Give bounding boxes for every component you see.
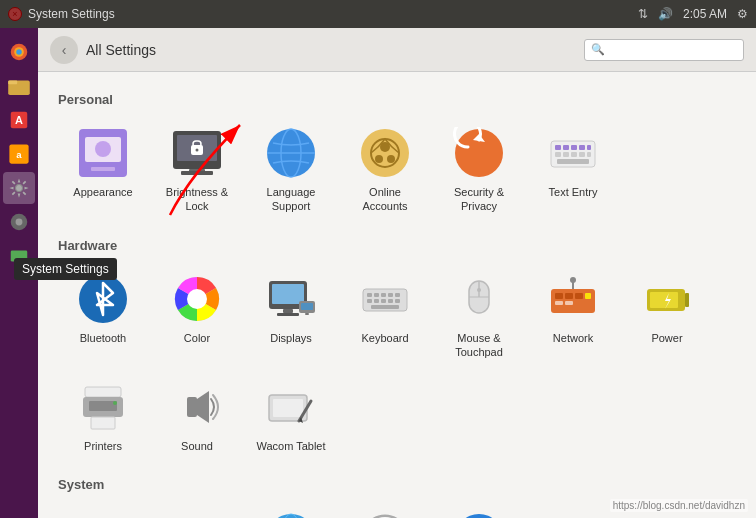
security-privacy-item[interactable]: Security &Privacy [434,117,524,222]
svg-rect-58 [374,293,379,297]
svg-rect-15 [91,167,115,171]
svg-point-88 [113,401,117,405]
text-entry-label: Text Entry [549,185,598,199]
keyboard-label: Keyboard [361,331,408,345]
universal-access-item[interactable]: UniversalAccess [434,502,524,518]
svg-rect-76 [555,301,563,305]
appearance-label: Appearance [73,185,132,199]
tooltip-popup: System Settings [14,258,117,280]
language-support-label: LanguageSupport [267,185,316,214]
toolbar: ‹ All Settings 🔍 [38,28,756,72]
color-label: Color [184,331,210,345]
printers-icon [77,381,129,433]
sidebar-item-extra1[interactable] [3,206,35,238]
wacom-tablet-icon [265,381,317,433]
settings-area: Personal Appearance [38,72,756,518]
svg-rect-86 [89,401,117,411]
svg-point-2 [16,49,22,55]
svg-rect-64 [381,299,386,303]
svg-rect-83 [650,292,678,308]
power-item[interactable]: Power [622,263,712,368]
security-privacy-label: Security &Privacy [454,185,504,214]
svg-rect-43 [579,152,585,157]
svg-point-80 [570,277,576,283]
svg-rect-42 [571,152,577,157]
svg-rect-37 [571,145,577,150]
printers-item[interactable]: Printers [58,371,148,461]
svg-rect-78 [585,293,591,299]
user-accounts-item[interactable]: UserAccounts [528,502,618,518]
svg-rect-74 [565,293,573,299]
time-date-icon [359,512,411,518]
svg-rect-89 [187,397,197,417]
network-label: Network [553,331,593,345]
details-item[interactable]: Details [152,502,242,518]
printers-label: Printers [84,439,122,453]
appearance-item[interactable]: Appearance [58,117,148,222]
svg-point-11 [16,219,23,226]
personal-grid: Appearance [58,117,736,222]
sidebar-item-firefox[interactable] [3,36,35,68]
online-accounts-item[interactable]: OnlineAccounts [340,117,430,222]
network-icon [547,273,599,325]
sidebar-item-settings[interactable] [3,172,35,204]
sound-item[interactable]: Sound [152,371,242,461]
svg-rect-40 [555,152,561,157]
svg-rect-87 [91,417,115,429]
displays-item[interactable]: Displays [246,263,336,368]
power-icon [641,273,693,325]
search-input[interactable] [609,43,739,57]
search-box[interactable]: 🔍 [584,39,744,61]
brightness-lock-label: Brightness &Lock [166,185,228,214]
network-item[interactable]: Network [528,263,618,368]
svg-rect-59 [381,293,386,297]
svg-rect-61 [395,293,400,297]
hardware-section-label: Hardware [58,238,736,253]
software-updates-item[interactable]: Software &Updates [246,502,336,518]
mouse-touchpad-item[interactable]: Mouse &Touchpad [434,263,524,368]
svg-rect-41 [563,152,569,157]
svg-point-9 [16,185,23,192]
svg-point-27 [361,129,409,177]
color-icon [171,273,223,325]
online-accounts-icon [359,127,411,179]
color-item[interactable]: Color [152,263,242,368]
sidebar-item-files[interactable] [3,70,35,102]
svg-point-16 [95,141,111,157]
svg-rect-44 [587,152,591,157]
universal-access-icon [453,512,505,518]
svg-rect-51 [283,309,293,313]
speaker-icon: 🔊 [658,7,673,21]
displays-icon [265,273,317,325]
backups-item[interactable]: Backups [58,502,148,518]
back-button[interactable]: ‹ [50,36,78,64]
svg-rect-63 [374,299,379,303]
svg-rect-65 [388,299,393,303]
mouse-touchpad-icon [453,273,505,325]
svg-marker-90 [197,391,209,423]
time-date-item[interactable]: Time & Date [340,502,430,518]
language-support-item[interactable]: LanguageSupport [246,117,336,222]
close-button[interactable]: × [8,7,22,21]
svg-rect-55 [305,313,309,315]
svg-rect-67 [371,305,399,309]
svg-rect-39 [587,145,591,150]
sidebar-item-amazon[interactable]: a [3,138,35,170]
keyboard-item[interactable]: Keyboard [340,263,430,368]
svg-rect-84 [85,387,121,397]
language-support-icon [265,127,317,179]
wacom-tablet-item[interactable]: Wacom Tablet [246,371,336,461]
gear-icon[interactable]: ⚙ [737,7,748,21]
backups-icon [77,512,129,518]
brightness-lock-item[interactable]: Brightness &Lock [152,117,242,222]
svg-rect-75 [575,293,583,299]
svg-rect-50 [272,284,304,304]
text-entry-item[interactable]: Text Entry [528,117,618,222]
svg-rect-82 [685,293,689,307]
bluetooth-label: Bluetooth [80,331,126,345]
bluetooth-icon [77,273,129,325]
svg-rect-57 [367,293,372,297]
svg-point-23 [196,149,199,152]
sidebar-item-software[interactable]: A [3,104,35,136]
svg-rect-73 [555,293,563,299]
